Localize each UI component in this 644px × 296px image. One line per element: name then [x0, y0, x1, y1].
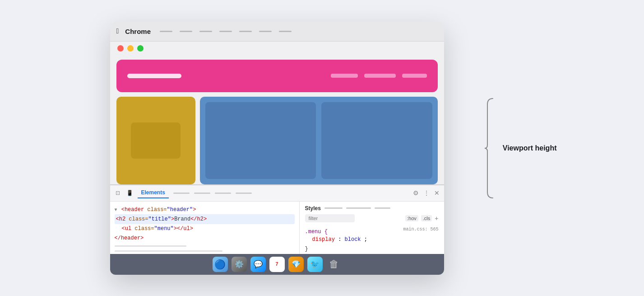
menu-dashes — [160, 31, 292, 32]
styles-panel-header: Styles — [305, 205, 439, 211]
styles-hov-badge[interactable]: :hov — [405, 215, 418, 221]
yellow-card — [116, 97, 195, 184]
devtools-tab-dash-4 — [236, 193, 252, 194]
elements-panel: ▼ <header class="header"> <h2 class="tit… — [110, 202, 300, 254]
html-text-brand: Brand — [174, 216, 190, 222]
menu-dash-4 — [219, 31, 232, 32]
menu-dash-7 — [279, 31, 292, 32]
traffic-light-close[interactable] — [117, 45, 124, 52]
styles-filter-row: :hov .cls + — [305, 214, 439, 222]
menu-dash-1 — [160, 31, 172, 32]
devtools-settings-button[interactable]: ⚙ — [412, 188, 420, 197]
devtools-tab-dash-1 — [173, 193, 190, 194]
html-attr-h2-value: "title" — [148, 216, 171, 222]
html-line-3: <ul class="menu"></ul> — [115, 224, 295, 233]
placeholder-line-1 — [115, 245, 187, 247]
html-tag-header-end: </header> — [115, 235, 144, 241]
yellow-inner-block — [131, 122, 181, 159]
traffic-light-maximize[interactable] — [137, 45, 144, 52]
css-rule-menu: main.css: 565 .menu { display : block ; … — [305, 227, 439, 252]
site-header-bar — [116, 60, 438, 92]
placeholder-line-2 — [115, 250, 222, 252]
viewport-annotation: Viewport height — [484, 96, 557, 200]
html-attr-ul-class: class= — [134, 226, 154, 232]
menu-dash-2 — [180, 31, 192, 32]
devtools-cursor-icon[interactable]: ⊡ — [114, 189, 122, 197]
styles-header-dash-3 — [375, 207, 390, 209]
devtools-tab-dash-2 — [194, 193, 210, 194]
styles-add-rule-button[interactable]: + — [435, 215, 438, 222]
dock-messages-icon[interactable]: 💬 — [250, 257, 266, 272]
blue-inner-block-2 — [321, 102, 432, 179]
html-attr-ul-value: "menu" — [154, 226, 174, 232]
browser-viewport: ⊡ 📱 Elements ⚙ ⋮ ✕ — [110, 55, 444, 275]
html-attr-h2-class: class= — [129, 216, 148, 222]
styles-header-dash-1 — [324, 207, 343, 209]
html-tag-ul-open: <ul — [122, 226, 135, 232]
css-source-1: main.css: 565 — [403, 227, 438, 232]
app-name: Chrome — [125, 28, 151, 35]
styles-panel: Styles :hov .cls — [300, 202, 444, 254]
devtools-mobile-icon[interactable]: 📱 — [125, 189, 135, 197]
html-tag-header-close: > — [193, 207, 196, 213]
html-attr-class: class= — [147, 207, 167, 213]
html-tag-h2-open: <h2 — [116, 216, 129, 222]
css-value-block: block — [345, 236, 361, 243]
devtools-tab-dashes — [173, 193, 409, 194]
blue-card — [200, 97, 438, 184]
styles-header-dash-2 — [346, 207, 371, 209]
devtools-body: ▼ <header class="header"> <h2 class="tit… — [110, 202, 444, 254]
site-content-row — [116, 97, 438, 184]
devtools-close-button[interactable]: ✕ — [433, 188, 440, 197]
devtools-tab-actions: ⚙ ⋮ ✕ — [412, 188, 440, 197]
browser-window:  Chrome — [110, 22, 444, 275]
header-logo-bar — [127, 74, 181, 78]
header-nav-item-1 — [331, 74, 358, 78]
styles-header-dashes — [324, 207, 390, 209]
devtools-tabs: ⊡ 📱 Elements ⚙ ⋮ ✕ — [110, 185, 444, 202]
dock-finder-icon[interactable]: 🔵 — [213, 257, 228, 272]
viewport-brace-icon — [484, 96, 497, 200]
html-line-4: </header> — [115, 234, 295, 243]
css-semi-1: ; — [364, 236, 367, 243]
styles-filter-input[interactable] — [305, 214, 355, 222]
html-attr-class-value: "header" — [167, 207, 193, 213]
expand-triangle-icon: ▼ — [115, 207, 117, 212]
styles-filter-badges: :hov .cls + — [405, 215, 438, 222]
css-prop-display: display — [312, 236, 335, 243]
dock-sketch-icon[interactable]: 💎 — [288, 257, 304, 272]
dock-bar: 🔵 ⚙️ 💬 7 💎 🐦 🗑 — [110, 254, 444, 275]
blue-inner-block-1 — [205, 102, 316, 179]
header-nav-bars — [331, 74, 427, 78]
title-bar:  Chrome — [110, 22, 444, 42]
html-tag-ul-close: ></ul> — [174, 226, 193, 232]
styles-cls-badge[interactable]: .cls — [421, 215, 432, 221]
html-line-1: ▼ <header class="header"> — [115, 205, 295, 214]
css-rule-menu-close: } — [305, 244, 439, 252]
html-tag-h2-end: </h2> — [190, 216, 207, 222]
header-nav-item-3 — [402, 74, 427, 78]
devtools-more-button[interactable]: ⋮ — [422, 188, 431, 197]
menu-dash-5 — [239, 31, 252, 32]
css-rule-menu-display: display : block ; — [305, 235, 439, 244]
website-preview — [110, 55, 444, 184]
placeholder-lines — [115, 245, 295, 254]
header-nav-item-2 — [364, 74, 396, 78]
styles-title: Styles — [305, 205, 321, 211]
css-colon-1: : — [338, 236, 344, 243]
html-line-2[interactable]: <h2 class="title">Brand</h2> — [115, 214, 295, 224]
traffic-lights-row — [110, 42, 444, 55]
menu-dash-3 — [199, 31, 212, 32]
dock-trash-icon[interactable]: 🗑 — [326, 257, 342, 272]
dock-calendar-icon[interactable]: 7 — [269, 257, 285, 272]
menu-dash-6 — [259, 31, 272, 32]
dock-tweetbot-icon[interactable]: 🐦 — [307, 257, 323, 272]
dock-system-preferences-icon[interactable]: ⚙️ — [232, 257, 247, 272]
devtools-tab-dash-3 — [215, 193, 231, 194]
html-tag-header-open: <header — [121, 207, 148, 213]
apple-logo-icon:  — [116, 27, 119, 35]
traffic-light-minimize[interactable] — [127, 45, 134, 52]
viewport-height-label: Viewport height — [503, 144, 557, 152]
css-selector-1: .menu { — [305, 229, 328, 235]
devtools-tab-elements[interactable]: Elements — [138, 188, 169, 198]
